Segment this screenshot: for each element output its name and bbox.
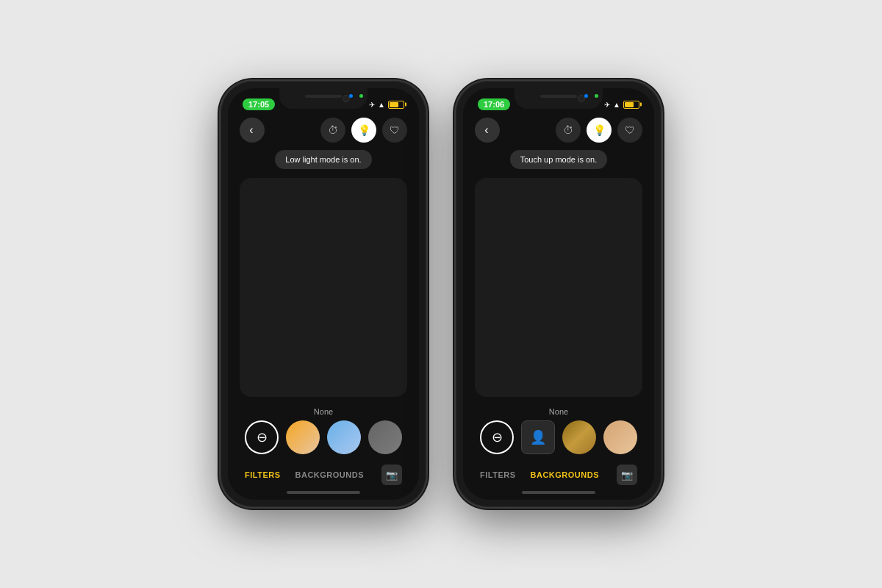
camera-view-left (240, 178, 407, 397)
filter-cool-left[interactable] (327, 420, 361, 454)
bg-people-right[interactable]: 👤 (521, 420, 555, 454)
dot-blue-left (349, 94, 353, 98)
shield-button-right[interactable]: 🛡 (617, 118, 642, 143)
phone-left-screen: 17:05 ✈ ▲ ‹ ⏱ (228, 88, 419, 500)
shield-icon-left: 🛡 (390, 124, 400, 136)
timer-button-right[interactable]: ⏱ (556, 118, 581, 143)
right-controls-right: ⏱ 💡 🛡 (556, 118, 642, 143)
time-right: 17:06 (478, 98, 510, 110)
airplane-icon-left: ✈ (369, 101, 375, 109)
home-indicator-right (522, 491, 595, 494)
filter-none-left[interactable]: ⊖ (245, 420, 279, 454)
battery-icon-left (388, 101, 404, 109)
shield-icon-right: 🛡 (625, 124, 635, 136)
bottom-tabs-left: FILTERS BACKGROUNDS 📷 (228, 460, 419, 488)
battery-fill-right (625, 102, 634, 107)
airplane-icon-right: ✈ (604, 101, 610, 109)
filter-none-icon-right: ⊖ (492, 429, 503, 445)
top-controls-left: ‹ ⏱ 💡 🛡 (228, 113, 419, 147)
battery-icon-right (623, 101, 639, 109)
wifi-icon-left: ▲ (378, 101, 385, 109)
status-icons-left: ✈ ▲ (369, 101, 404, 109)
back-chevron-left: ‹ (249, 123, 253, 137)
right-controls-left: ⏱ 💡 🛡 (320, 118, 407, 143)
lightbulb-icon-right: 💡 (593, 124, 606, 136)
filter-label-left: None (228, 407, 419, 416)
status-icons-right: ✈ ▲ (604, 101, 639, 109)
bottom-tabs-right: FILTERS BACKGROUNDS 📷 (463, 460, 654, 488)
camera-switch-button-left[interactable]: 📷 (381, 465, 402, 485)
bg-skin-right[interactable] (603, 420, 637, 454)
camera-view-right (475, 178, 642, 397)
tooltip-left: Low light mode is on. (275, 150, 371, 169)
wifi-icon-right: ▲ (613, 101, 620, 109)
dot-blue-right (584, 94, 588, 98)
notch-left (279, 88, 368, 109)
filter-warm-left[interactable] (286, 420, 320, 454)
bg-wood-right[interactable] (562, 420, 596, 454)
phones-container: 17:05 ✈ ▲ ‹ ⏱ (220, 81, 662, 507)
tab-backgrounds-left[interactable]: BACKGROUNDS (295, 470, 365, 479)
notch-right (514, 88, 603, 109)
time-left: 17:05 (243, 98, 275, 110)
filter-none-icon-left: ⊖ (257, 429, 268, 445)
background-row-right: ⊖ 👤 (463, 420, 654, 460)
dot-green-left (359, 94, 363, 98)
tab-backgrounds-right[interactable]: BACKGROUNDS (531, 470, 600, 479)
timer-button-left[interactable]: ⏱ (320, 118, 345, 143)
phone-left: 17:05 ✈ ▲ ‹ ⏱ (220, 81, 426, 507)
dot-green-right (595, 94, 598, 98)
filter-gray-left[interactable] (368, 420, 402, 454)
back-button-right[interactable]: ‹ (475, 118, 500, 143)
camera-switch-button-right[interactable]: 📷 (617, 465, 637, 485)
top-controls-right: ‹ ⏱ 💡 🛡 (463, 113, 654, 147)
speaker-right (540, 95, 577, 98)
speaker-left (305, 95, 342, 98)
filter-none-right[interactable]: ⊖ (480, 420, 514, 454)
filter-label-right: None (463, 407, 654, 416)
back-button-left[interactable]: ‹ (240, 118, 265, 143)
battery-fill-left (390, 102, 398, 107)
lightbulb-button-left[interactable]: 💡 (351, 118, 376, 143)
tab-filters-left[interactable]: FILTERS (245, 470, 281, 479)
tab-filters-right[interactable]: FILTERS (480, 470, 516, 479)
shield-button-left[interactable]: 🛡 (382, 118, 407, 143)
timer-icon-left: ⏱ (328, 124, 338, 136)
phone-right-screen: 17:06 ✈ ▲ ‹ ⏱ (463, 88, 654, 500)
tooltip-right: Touch up mode is on. (510, 150, 608, 169)
camera-switch-icon-right: 📷 (621, 470, 633, 481)
lightbulb-button-right[interactable]: 💡 (587, 118, 612, 143)
lightbulb-icon-left: 💡 (358, 124, 370, 136)
phone-right: 17:06 ✈ ▲ ‹ ⏱ (456, 81, 662, 507)
people-icon-right: 👤 (530, 429, 546, 445)
camera-switch-icon-left: 📷 (386, 470, 398, 481)
back-chevron-right: ‹ (484, 123, 488, 137)
filter-row-left: ⊖ (228, 420, 419, 460)
home-indicator-left (287, 491, 360, 494)
timer-icon-right: ⏱ (563, 124, 573, 136)
